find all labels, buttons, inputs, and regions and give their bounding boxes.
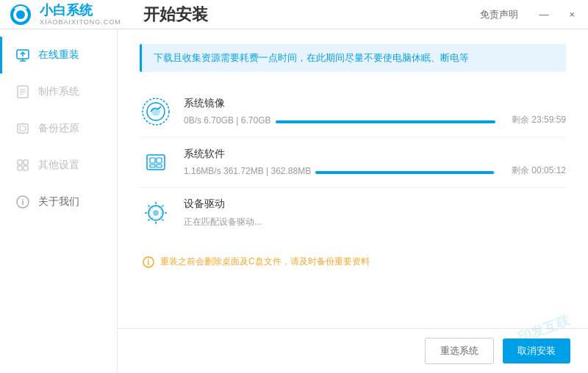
- warning-footer: i 重装之前会删除桌面及C盘文件，请及时备份重要资料: [140, 256, 566, 268]
- brand-name: 小白系统: [40, 3, 121, 19]
- sidebar-item-backup-restore: 备份还原: [0, 110, 117, 147]
- title-bar-left: 小白系统 XIAOBAIXITONG.COM 开始安装: [9, 3, 208, 26]
- bottom-bar: 重选系统 取消安装: [118, 328, 588, 373]
- backup-restore-icon: [15, 120, 31, 137]
- device-driver-icon: [140, 197, 172, 229]
- system-software-progress-fill: [315, 171, 493, 174]
- sidebar: 在线重装 制作系统: [0, 29, 118, 373]
- svg-rect-28: [157, 164, 162, 167]
- notice-text: 下载且收集资源需要耗费一点时间，在此期间尽量不要使电脑休眠、断电等: [154, 52, 469, 63]
- sidebar-item-make-system: 制作系统: [0, 73, 117, 110]
- system-image-remaining: 剩余 23:59:59: [500, 114, 566, 126]
- system-image-progress-line: 0B/s 6.70GB | 6.70GB 剩余 23:59:59: [184, 114, 566, 126]
- warning-text: 重装之前会删除桌面及C盘文件，请及时备份重要资料: [160, 256, 370, 268]
- brand-text: 小白系统 XIAOBAIXITONG.COM: [40, 3, 121, 26]
- system-software-info: 系统软件 1.16MB/s 361.72MB | 362.88MB 剩余 00:…: [184, 148, 566, 177]
- content-area: 下载且收集资源需要耗费一点时间，在此期间尽量不要使电脑休眠、断电等 系统镜像 0…: [118, 29, 588, 373]
- online-reinstall-icon: [15, 47, 31, 63]
- svg-text:i: i: [21, 198, 24, 206]
- system-image-stats: 0B/s 6.70GB | 6.70GB: [184, 115, 271, 126]
- system-image-icon: [140, 95, 172, 128]
- svg-point-2: [16, 10, 25, 19]
- download-item-device-driver: 设备驱动 正在匹配设备驱动...: [140, 188, 566, 238]
- device-driver-title: 设备驱动: [184, 198, 566, 211]
- device-driver-stats: 正在匹配设备驱动...: [184, 217, 262, 227]
- sidebar-label-other-settings: 其他设置: [38, 159, 79, 172]
- svg-rect-16: [24, 160, 28, 164]
- download-item-system-image: 系统镜像 0B/s 6.70GB | 6.70GB 剩余 23:59:59: [140, 87, 566, 137]
- page-title: 开始安装: [143, 4, 208, 26]
- reselect-button[interactable]: 重选系统: [425, 338, 494, 364]
- disclaimer-button[interactable]: 免责声明: [476, 7, 523, 23]
- svg-rect-25: [150, 158, 155, 163]
- download-item-system-software: 系统软件 1.16MB/s 361.72MB | 362.88MB 剩余 00:…: [140, 137, 566, 188]
- svg-point-30: [153, 210, 159, 216]
- title-bar: 小白系统 XIAOBAIXITONG.COM 开始安装 免责声明 — ×: [0, 0, 588, 29]
- sidebar-item-online-reinstall[interactable]: 在线重装: [0, 37, 117, 73]
- system-software-title: 系统软件: [184, 148, 566, 161]
- sidebar-label-backup-restore: 备份还原: [38, 122, 79, 135]
- svg-rect-27: [150, 164, 155, 167]
- other-settings-icon: [15, 157, 31, 173]
- close-button[interactable]: ×: [564, 7, 579, 21]
- system-software-stats: 1.16MB/s 361.72MB | 362.88MB: [184, 166, 311, 176]
- sidebar-item-about-us[interactable]: i 关于我们: [0, 184, 117, 220]
- system-software-progress-line: 1.16MB/s 361.72MB | 362.88MB 剩余 00:05:12: [184, 164, 566, 177]
- logo-icon: [9, 3, 32, 26]
- sidebar-label-make-system: 制作系统: [38, 85, 79, 98]
- system-image-progress-fill: [276, 120, 495, 123]
- device-driver-info: 设备驱动 正在匹配设备驱动...: [184, 198, 566, 228]
- svg-rect-12: [20, 126, 26, 131]
- sidebar-label-online-reinstall: 在线重装: [38, 48, 79, 62]
- minimize-button[interactable]: —: [534, 7, 553, 21]
- main-container: 在线重装 制作系统: [0, 29, 588, 373]
- svg-rect-18: [24, 166, 28, 170]
- svg-text:i: i: [148, 258, 150, 267]
- sidebar-label-about-us: 关于我们: [38, 195, 79, 209]
- sidebar-item-other-settings: 其他设置: [0, 147, 117, 184]
- svg-rect-15: [18, 160, 22, 164]
- svg-rect-11: [18, 124, 28, 133]
- system-image-info: 系统镜像 0B/s 6.70GB | 6.70GB 剩余 23:59:59: [184, 97, 566, 126]
- system-software-progress-bar: [315, 171, 495, 174]
- svg-rect-17: [18, 166, 22, 170]
- system-image-progress-bar: [276, 120, 495, 123]
- svg-rect-26: [157, 158, 162, 163]
- system-software-icon: [140, 146, 172, 178]
- system-image-title: 系统镜像: [184, 97, 566, 110]
- notice-bar: 下载且收集资源需要耗费一点时间，在此期间尽量不要使电脑休眠、断电等: [140, 44, 566, 72]
- make-system-icon: [15, 84, 31, 100]
- warning-icon: i: [143, 256, 154, 268]
- brand-sub: XIAOBAIXITONG.COM: [40, 18, 121, 26]
- about-us-icon: i: [15, 194, 31, 210]
- title-bar-right: 免责声明 — ×: [476, 7, 579, 23]
- cancel-install-button[interactable]: 取消安装: [503, 338, 570, 363]
- system-software-remaining: 剩余 00:05:12: [500, 164, 566, 177]
